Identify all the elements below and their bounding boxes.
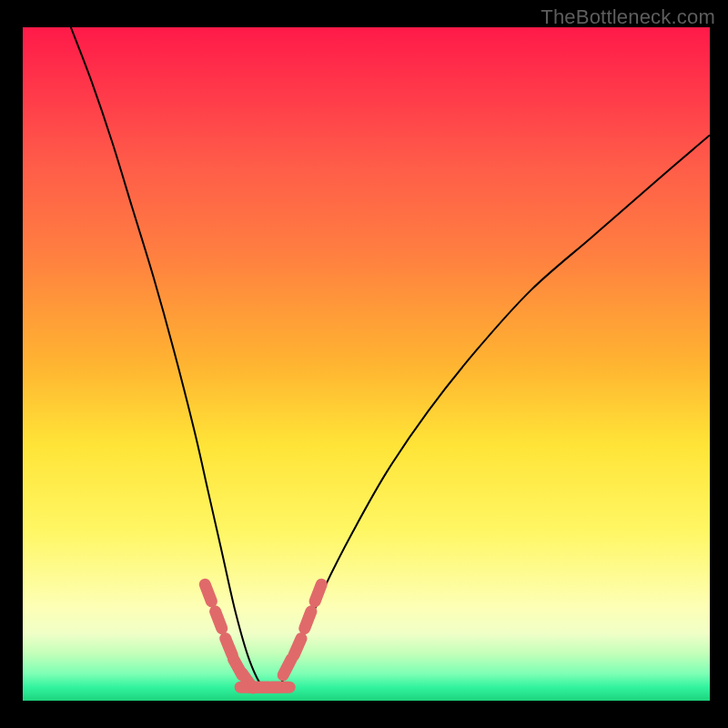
bottleneck-curve (71, 27, 710, 690)
highlight-dash (283, 659, 291, 675)
highlight-dash (305, 612, 311, 629)
highlight-dash (294, 639, 301, 655)
chart-svg (23, 27, 710, 701)
highlight-dash (226, 639, 233, 656)
chart-plot-area (23, 27, 710, 701)
highlight-dash (216, 612, 222, 629)
highlight-dash (205, 584, 211, 602)
highlight-dash (315, 584, 321, 602)
watermark-text: TheBottleneck.com (541, 5, 715, 29)
